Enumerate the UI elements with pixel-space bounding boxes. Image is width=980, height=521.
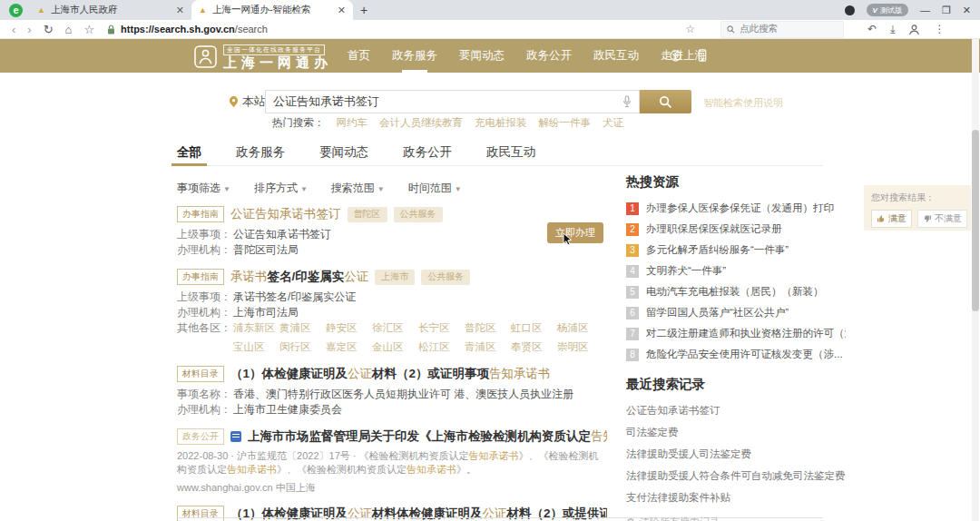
district-link[interactable]: 虹口区	[511, 320, 557, 336]
tab-title: 上海一网通办-智能检索	[212, 4, 332, 16]
mobile-icon[interactable]	[698, 49, 707, 62]
hot-search-link[interactable]: 会计人员继续教育	[379, 116, 463, 130]
district-link[interactable]: 长宁区	[418, 320, 465, 336]
result-title-link[interactable]: （1）体检健康证明及公证材料（2）或证明事项告知承诺书	[230, 366, 551, 382]
search-button[interactable]	[640, 90, 691, 113]
result-tab-全部[interactable]: 全部	[177, 142, 201, 165]
hot-resource-item[interactable]: 3多元化解矛盾纠纷服务“一件事”	[626, 243, 846, 257]
restore-button[interactable]: ❐	[942, 5, 951, 16]
trash-icon	[626, 517, 635, 521]
profile-icon[interactable]	[908, 24, 920, 35]
district-link[interactable]: 青浦区	[465, 339, 511, 355]
accessibility-icon[interactable]	[670, 50, 681, 62]
nav-item-首页[interactable]: 首页	[348, 39, 370, 73]
district-link[interactable]: 普陀区	[465, 320, 511, 336]
district-link[interactable]: 金山区	[372, 339, 418, 355]
nav-item-政民互动[interactable]: 政民互动	[593, 39, 639, 73]
feedback-box: 您对搜索结果： 满意 不满意	[864, 185, 971, 231]
quick-search-box[interactable]: 点此搜索	[720, 21, 844, 38]
district-link[interactable]: 静安区	[326, 320, 372, 336]
bookmark-star-icon[interactable]: ☆	[83, 23, 94, 36]
tab-close-icon[interactable]: ✕	[176, 5, 184, 16]
result-title-link[interactable]: （1）体检健康证明及公证材料体检健康证明及公证材料（2）或提供证明事项告知承诺书	[230, 506, 607, 521]
district-link[interactable]: 徐汇区	[372, 320, 418, 336]
result-tab-政民互动[interactable]: 政民互动	[486, 142, 535, 165]
scrollbar-thumb[interactable]	[972, 130, 979, 311]
result-title-link[interactable]: 公证告知承诺书签订	[230, 206, 341, 222]
unsatisfied-button[interactable]: 不满意	[917, 210, 967, 228]
browser-logo-icon[interactable]: e	[9, 4, 23, 17]
nav-item-政务服务[interactable]: 政务服务	[392, 39, 437, 73]
undo-icon[interactable]: ↶	[867, 23, 877, 35]
result-title-link[interactable]: 承诺书签名/印鉴属实公证	[230, 269, 368, 285]
district-link[interactable]: 宝山区	[233, 339, 279, 355]
rank-badge: 6	[626, 307, 639, 319]
result-tab-政务服务[interactable]: 政务服务	[236, 142, 285, 165]
new-tab-button[interactable]: +	[360, 3, 368, 17]
hot-search-link[interactable]: 犬证	[603, 116, 623, 130]
district-link[interactable]: 闵行区	[279, 339, 326, 355]
district-link[interactable]: 松江区	[418, 339, 465, 355]
hot-resource-label: 办理职保居保医保就医记录册	[646, 222, 782, 236]
recent-search-item[interactable]: 公证告知承诺书签订	[626, 404, 846, 418]
hot-resource-item[interactable]: 6留学回国人员落户“社区公共户”	[626, 306, 846, 319]
recent-search-item[interactable]: 司法鉴定费	[626, 426, 846, 439]
quick-search-placeholder: 点此搜索	[740, 23, 778, 35]
hot-resource-item[interactable]: 4文明养犬“一件事”	[626, 264, 846, 278]
district-link[interactable]: 浦东新区	[233, 320, 279, 336]
filter-事项筛选[interactable]: 事项筛选▼	[177, 181, 230, 196]
nav-item-要闻动态[interactable]: 要闻动态	[459, 39, 505, 73]
handle-now-button[interactable]: 立即办理	[547, 222, 603, 243]
nav-item-政务公开[interactable]: 政务公开	[526, 39, 572, 73]
mic-icon[interactable]	[622, 95, 632, 108]
scrollbar-track[interactable]	[972, 39, 979, 521]
hot-search-link[interactable]: 充电桩报装	[475, 116, 527, 130]
url-domain: https://search.sh.gov.cn	[121, 24, 235, 34]
district-link[interactable]: 嘉定区	[326, 339, 372, 355]
district-link[interactable]: 崇明区	[557, 339, 603, 355]
satisfied-button[interactable]: 满意	[871, 210, 912, 228]
hot-search-link[interactable]: 网约车	[337, 116, 368, 130]
result-title-link[interactable]: 上海市市场监督管理局关于印发《上海市检验检测机构资质认定告知承诺管理办法》的通知	[248, 428, 607, 445]
district-link[interactable]: 黄浦区	[279, 320, 326, 336]
close-button[interactable]: ✕	[963, 5, 971, 16]
filter-搜索范围[interactable]: 搜索范围▼	[331, 181, 385, 196]
result-tab-政务公开[interactable]: 政务公开	[403, 142, 452, 165]
hot-search-link[interactable]: 解纷一件事	[539, 116, 592, 130]
hot-resource-item[interactable]: 5电动汽车充电桩报装（居民）（新装）	[626, 285, 846, 299]
hot-resource-item[interactable]: 8危险化学品安全使用许可证核发变更（涉...	[626, 348, 846, 361]
browser-tab-search[interactable]: ▲ 上海一网通办-智能检索 ✕	[191, 0, 353, 20]
recent-search-item[interactable]: 法律援助受援人司法鉴定费	[626, 447, 846, 461]
extension-icon[interactable]	[845, 5, 855, 15]
recent-search-item[interactable]: 法律援助受援人符合条件可自动减免司法鉴定费	[626, 469, 846, 483]
district-link[interactable]: 奉贤区	[511, 339, 557, 355]
district-link[interactable]: 杨浦区	[557, 320, 603, 336]
chevron-down-icon: ▼	[455, 185, 462, 193]
back-icon[interactable]: ‹	[12, 23, 15, 36]
home-icon[interactable]: ⌂	[65, 23, 73, 36]
menu-dots-icon[interactable]: ⋮	[934, 23, 945, 35]
reload-icon[interactable]: ↻	[44, 23, 54, 36]
hot-resource-item[interactable]: 1办理参保人医保参保凭证（发通用）打印	[626, 202, 846, 215]
mouse-cursor	[563, 232, 574, 247]
search-input[interactable]: 公证告知承诺书签订	[265, 90, 640, 113]
filter-排序方式[interactable]: 排序方式▼	[254, 181, 308, 196]
filter-时间范围[interactable]: 时间范围▼	[408, 181, 462, 196]
search-result-item: 政务公开上海市市场监督管理局关于印发《上海市检验检测机构资质认定告知承诺管理办法…	[177, 428, 607, 495]
version-badge[interactable]: V测试版	[867, 4, 908, 16]
favorite-star-icon[interactable]: ☆	[685, 23, 695, 35]
download-icon[interactable]: ⤓	[890, 23, 895, 35]
forward-icon[interactable]: ›	[27, 23, 31, 36]
address-bar[interactable]: https://search.sh.gov.cn/search ☆	[107, 23, 695, 35]
minimize-button[interactable]: —	[920, 5, 930, 15]
hot-resource-item[interactable]: 7对二级注册建造师和执业资格注册的许可（涉...	[626, 327, 846, 340]
hot-resource-item[interactable]: 2办理职保居保医保就医记录册	[626, 222, 846, 236]
clear-history-button[interactable]: 清除所有搜索记录	[626, 516, 846, 521]
recent-search-item[interactable]: 支付法律援助案件补贴	[626, 491, 846, 505]
result-tab-要闻动态[interactable]: 要闻动态	[319, 142, 368, 165]
search-help-link[interactable]: 智能检索使用说明	[703, 96, 783, 110]
screen: e ▲ 上海市人民政府 ✕ ▲ 上海一网通办-智能检索 ✕ + V测试版 — ❐…	[0, 0, 980, 521]
tab-title: 上海市人民政府	[51, 4, 171, 16]
tab-close-icon[interactable]: ✕	[338, 5, 346, 16]
browser-tab-government[interactable]: ▲ 上海市人民政府 ✕	[30, 0, 191, 20]
